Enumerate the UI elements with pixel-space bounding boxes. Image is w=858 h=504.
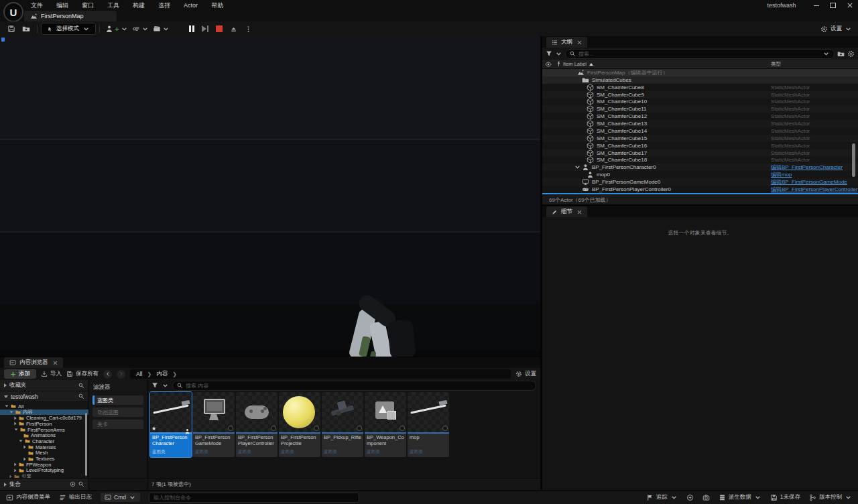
outliner-row[interactable]: SM_ChamferCube15 StaticMeshActor [542, 135, 858, 142]
folder-tree-item[interactable]: Mesh [0, 450, 88, 456]
folder-tree-item[interactable]: Textures [0, 456, 88, 462]
search-icon[interactable] [78, 393, 84, 399]
stop-button[interactable] [216, 25, 223, 32]
filter-chip[interactable]: 关卡 [93, 420, 143, 429]
derived-data-dropdown[interactable]: 派生数据 [719, 493, 761, 501]
breadcrumb-current[interactable]: 内容 [156, 370, 168, 378]
gear-icon[interactable] [847, 50, 855, 58]
maximize-button[interactable] [824, 0, 841, 11]
filter-funnel-icon[interactable] [546, 50, 552, 57]
save-level-button[interactable] [4, 23, 19, 35]
console-command-input[interactable] [154, 495, 355, 501]
new-folder-icon[interactable] [837, 50, 845, 58]
play-options-button[interactable] [245, 25, 252, 33]
content-browser-settings-button[interactable]: 设置 [515, 370, 536, 378]
menu-item[interactable]: 文件 [24, 1, 50, 10]
tree-scrollbar[interactable] [85, 413, 87, 476]
folder-tree-item[interactable]: LevelPrototyping [0, 468, 88, 474]
outliner-edit-link[interactable]: 编辑BP_FirstPersonCharacter [771, 164, 843, 170]
tab-details[interactable]: 细节 [546, 206, 587, 217]
asset-tile[interactable]: BP_Weapon_Component 蓝图类 [365, 392, 406, 457]
folder-tree-item[interactable]: Materials [0, 444, 88, 450]
cinematics-button[interactable] [153, 25, 170, 33]
frame-skip-button[interactable] [202, 25, 208, 32]
menu-item[interactable]: 窗口 [75, 1, 101, 10]
menu-item[interactable]: 构建 [126, 1, 151, 10]
search-icon[interactable] [78, 481, 84, 487]
outliner-row[interactable]: SM_ChamferCube9 StaticMeshActor [542, 91, 858, 99]
blueprints-button[interactable] [132, 25, 149, 33]
unsaved-button[interactable]: 1未保存 [770, 493, 800, 501]
outliner-row[interactable]: SM_ChamferCube13 StaticMeshActor [542, 120, 858, 127]
minimize-button[interactable] [808, 0, 824, 11]
folder-tree-item[interactable]: All [0, 403, 88, 410]
browse-content-button[interactable] [19, 23, 34, 35]
outliner-row[interactable]: BP_FirstPersonGameMode0 编辑BP_FirstPerson… [542, 178, 858, 186]
chevron-down-icon[interactable] [162, 382, 169, 389]
outliner-search-input[interactable] [578, 51, 820, 57]
outliner-row[interactable]: BP_FirstPersonPlayerController0 编辑BP_Fir… [542, 186, 858, 193]
favorites-header[interactable]: 收藏夹 [0, 380, 88, 391]
add-actor-button[interactable] [105, 25, 128, 33]
outliner-scrollbar[interactable] [852, 143, 855, 177]
outliner-row[interactable]: SM_ChamferCube11 StaticMeshActor [542, 105, 858, 113]
outliner-edit-link[interactable]: 编辑mop [771, 172, 792, 178]
close-icon[interactable] [577, 40, 582, 45]
outliner-row[interactable]: SM_ChamferCube18 StaticMeshActor [542, 157, 858, 164]
folder-tree-item[interactable]: 内容 [0, 410, 88, 416]
folder-tree-item[interactable]: FPWeapon [0, 462, 88, 468]
outliner-edit-link[interactable]: 编辑BP_FirstPersonGameMode [771, 179, 847, 185]
outliner-row[interactable]: BP_FirstPersonCharacter0 编辑BP_FirstPerso… [542, 164, 858, 171]
add-collection-icon[interactable] [70, 481, 76, 487]
folder-tree-item[interactable]: Character [0, 438, 88, 444]
asset-tile[interactable]: BP_Pickup_Rifle 蓝图类 [322, 392, 363, 457]
folder-tree-item[interactable]: FirstPerson [0, 421, 88, 427]
outliner-row[interactable]: SM_ChamferCube17 StaticMeshActor [542, 149, 858, 157]
outliner-row[interactable]: SM_ChamferCube12 StaticMeshActor [542, 113, 858, 120]
import-button[interactable]: 导入 [41, 370, 62, 378]
outliner-row[interactable]: SimulatedCubes [542, 76, 858, 84]
item-label-column-header[interactable]: Item Label [563, 61, 593, 67]
save-all-button[interactable]: 保存所有 [66, 370, 99, 378]
expand-arrow-icon[interactable] [574, 164, 581, 171]
outliner-row[interactable]: SM_ChamferCube8 StaticMeshActor [542, 84, 858, 91]
insights-button[interactable] [686, 494, 694, 501]
outliner-row[interactable]: mop0 编辑mop [542, 171, 858, 178]
folder-tree-item[interactable]: Cleaning_Cart-c0c8d179 [0, 415, 88, 421]
type-column-header[interactable]: 类型 [771, 61, 781, 68]
outliner-row[interactable]: SM_ChamferCube14 StaticMeshActor [542, 127, 858, 135]
asset-tile[interactable]: BP_FirstPersonCharacter 蓝图类 [150, 392, 192, 457]
search-icon[interactable] [78, 383, 84, 389]
revision-control-dropdown[interactable]: 版本控制 [809, 493, 852, 501]
outliner-row[interactable]: FirstPersonMap（编辑器中运行） [542, 69, 858, 76]
menu-item[interactable]: 工具 [101, 1, 126, 10]
asset-tile[interactable]: BP_FirstPersonPlayerController 蓝图类 [236, 392, 278, 457]
menu-item[interactable]: 选择 [151, 1, 177, 10]
filter-chip[interactable]: 动画蓝图 [93, 407, 143, 417]
visibility-column-header[interactable] [542, 61, 554, 68]
outliner-search-box[interactable] [565, 49, 835, 59]
screenshot-button[interactable] [702, 494, 710, 501]
filter-funnel-icon[interactable] [151, 382, 158, 389]
menu-item[interactable]: 编辑 [50, 1, 75, 10]
tab-outliner[interactable]: 大纲 [546, 37, 587, 48]
collections-header[interactable]: 集合 [0, 479, 89, 490]
pause-button[interactable] [189, 25, 194, 32]
level-tab[interactable]: FirstPersonMap [24, 11, 117, 21]
close-icon[interactable] [577, 210, 582, 214]
breadcrumb-root[interactable]: All [136, 371, 142, 377]
asset-search-box[interactable] [172, 381, 536, 391]
eject-button[interactable] [230, 25, 237, 33]
project-header[interactable]: testofwash [0, 391, 88, 402]
chevron-down-icon[interactable] [555, 50, 562, 58]
asset-tile[interactable]: BP_FirstPersonGameMode 蓝图类 [193, 392, 235, 457]
console-command-box[interactable] [149, 493, 359, 503]
outliner-edit-link[interactable]: 编辑BP_FirstPersonPlayerController [771, 186, 857, 192]
asset-tile[interactable]: BP_FirstPersonProjectile 蓝图类 [279, 392, 320, 457]
settings-dropdown[interactable]: 设置 [820, 25, 858, 33]
asset-tile[interactable]: mop 蓝图类 [408, 392, 449, 457]
forward-button[interactable] [117, 370, 125, 379]
cmd-dropdown[interactable]: Cmd [101, 493, 140, 502]
menu-item[interactable]: Actor [177, 2, 204, 9]
folder-tree-item[interactable]: Animations [0, 432, 88, 438]
